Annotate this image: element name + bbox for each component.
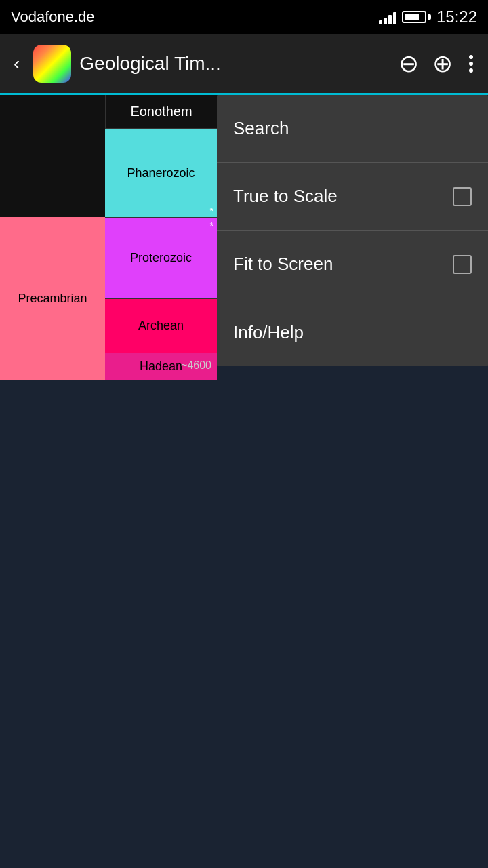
menu-item-true-to-scale-label: True to Scale [233,186,338,207]
app-title: Geological Tim... [79,53,386,75]
menu-item-true-to-scale[interactable]: True to Scale [217,163,488,231]
back-button[interactable]: ‹ [8,47,25,80]
dropdown-overlay: Search True to Scale Fit to Screen Info/… [0,95,488,868]
menu-item-info-help-label: Info/Help [233,322,304,343]
true-to-scale-checkbox[interactable] [453,187,472,206]
signal-icon [379,9,396,24]
app-icon [33,45,71,83]
toolbar-actions: ⊖ ⊕ [394,47,480,80]
dot [469,55,473,59]
menu-item-info-help[interactable]: Info/Help [217,298,488,366]
clock: 15:22 [436,7,477,26]
dot [469,62,473,66]
app-bar: ‹ Geological Tim... ⊖ ⊕ [0,34,488,95]
fit-to-screen-checkbox[interactable] [453,255,472,274]
menu-item-search-label: Search [233,118,289,139]
main-content: Eonothem Phanerozoic Precambrian Protero… [0,95,488,868]
status-right: 15:22 [379,7,477,26]
dropdown-menu: Search True to Scale Fit to Screen Info/… [217,95,488,366]
status-bar: Vodafone.de 15:22 [0,0,488,34]
menu-item-fit-to-screen-label: Fit to Screen [233,254,333,275]
menu-item-fit-to-screen[interactable]: Fit to Screen [217,231,488,298]
zoom-out-button[interactable]: ⊖ [394,47,423,80]
dot [469,68,473,73]
overflow-menu-button[interactable] [462,51,480,77]
battery-icon [402,11,431,23]
menu-item-search[interactable]: Search [217,95,488,163]
carrier-label: Vodafone.de [11,8,95,26]
zoom-in-button[interactable]: ⊕ [428,47,457,80]
